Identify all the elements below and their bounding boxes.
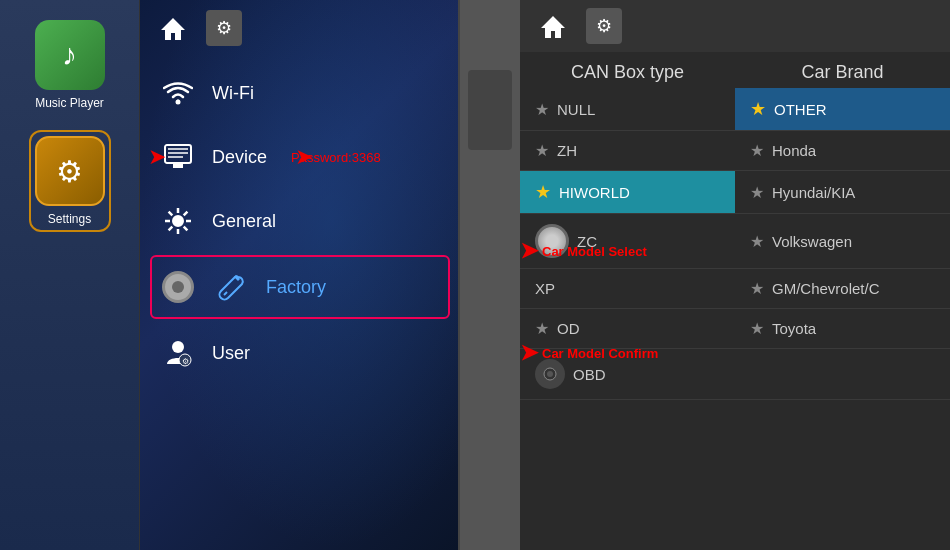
can-col-hyundai[interactable]: ★ Hyundai/KIA	[735, 171, 950, 213]
wifi-icon	[160, 75, 196, 111]
star-vw-icon: ★	[750, 232, 764, 251]
general-icon	[160, 203, 196, 239]
svg-line-17	[224, 292, 227, 295]
user-icon: ⚙	[160, 335, 196, 371]
music-player-label: Music Player	[35, 96, 104, 110]
settings-button[interactable]: ⚙	[206, 10, 242, 46]
can-vw-label: Volkswagen	[772, 233, 852, 250]
factory-toggle[interactable]	[162, 271, 194, 303]
can-panel: ⚙ CAN Box type Car Brand ★ NULL ★ OTHER …	[520, 0, 950, 550]
settings-label: Settings	[48, 212, 91, 226]
star-toyota-icon: ★	[750, 319, 764, 338]
can-row-1: ★ ZH ★ Honda	[520, 131, 950, 171]
svg-line-16	[169, 227, 173, 231]
factory-label: Factory	[266, 277, 326, 298]
can-home-button[interactable]	[535, 8, 571, 44]
can-col-zc[interactable]: ZC	[520, 214, 735, 268]
wifi-label: Wi-Fi	[212, 83, 254, 104]
can-col-obd-right	[735, 349, 950, 399]
svg-line-14	[184, 227, 188, 231]
star-other-icon: ★	[750, 98, 766, 120]
can-obd-label: OBD	[573, 366, 606, 383]
settings-panel: ⚙ Wi-Fi	[140, 0, 460, 550]
can-col-toyota[interactable]: ★ Toyota	[735, 309, 950, 348]
can-col-other[interactable]: ★ OTHER	[735, 88, 950, 130]
can-row-4: XP ★ GM/Chevrolet/C	[520, 269, 950, 309]
settings-icon-box: ⚙	[35, 136, 105, 206]
can-col-od[interactable]: ★ OD	[520, 309, 735, 348]
svg-point-18	[172, 341, 184, 353]
svg-text:⚙: ⚙	[182, 357, 189, 366]
can-col-honda[interactable]: ★ Honda	[735, 131, 950, 170]
can-col-hiworld[interactable]: ★ HIWORLD	[520, 171, 735, 213]
can-other-label: OTHER	[774, 101, 827, 118]
can-row-5: ★ OD ★ Toyota	[520, 309, 950, 349]
can-zh-label: ZH	[557, 142, 577, 159]
car-brand-header: Car Brand	[735, 62, 950, 83]
can-xp-label: XP	[535, 280, 555, 297]
svg-rect-2	[165, 145, 191, 163]
menu-item-factory[interactable]: Factory	[150, 255, 450, 319]
can-col-null[interactable]: ★ NULL	[520, 88, 735, 130]
star-gm-icon: ★	[750, 279, 764, 298]
svg-marker-0	[161, 18, 185, 40]
can-row-6: OBD	[520, 349, 950, 400]
svg-line-15	[184, 212, 188, 216]
can-gear-icon: ⚙	[596, 15, 612, 37]
menu-item-general[interactable]: General	[140, 189, 460, 253]
star-null-icon: ★	[535, 100, 549, 119]
selection-box	[468, 70, 512, 150]
can-od-label: OD	[557, 320, 580, 337]
left-sidebar: ♪ Music Player ⚙ Settings	[0, 0, 140, 550]
can-zc-label: ZC	[577, 233, 597, 250]
user-label: User	[212, 343, 250, 364]
can-col-zh[interactable]: ★ ZH	[520, 131, 735, 170]
arrow-device-left: ➤	[148, 144, 166, 170]
can-headers: CAN Box type Car Brand	[520, 52, 950, 88]
music-player-app[interactable]: ♪ Music Player	[35, 20, 105, 110]
can-hiworld-label: HIWORLD	[559, 184, 630, 201]
star-hiworld-icon: ★	[535, 181, 551, 203]
can-row-3: ZC ★ Volkswagen	[520, 214, 950, 269]
svg-point-23	[547, 371, 553, 377]
settings-app[interactable]: ⚙ Settings	[29, 130, 111, 232]
menu-item-wifi[interactable]: Wi-Fi	[140, 61, 460, 125]
arrow-device-right: ➤	[295, 144, 313, 170]
svg-point-1	[176, 100, 181, 105]
can-top-bar: ⚙	[520, 0, 950, 52]
can-col-obd[interactable]: OBD	[520, 349, 735, 399]
can-row-0: ★ NULL ★ OTHER	[520, 88, 950, 131]
music-player-icon-box: ♪	[35, 20, 105, 90]
can-toyota-label: Toyota	[772, 320, 816, 337]
zc-toggle-button[interactable]	[535, 224, 569, 258]
settings-menu-list: Wi-Fi Device Password:3368 ➤	[140, 56, 460, 390]
star-hyundai-icon: ★	[750, 183, 764, 202]
can-null-label: NULL	[557, 101, 595, 118]
svg-rect-6	[173, 164, 183, 168]
can-col-volkswagen[interactable]: ★ Volkswagen	[735, 214, 950, 268]
can-gm-label: GM/Chevrolet/C	[772, 280, 880, 297]
music-note-icon: ♪	[62, 38, 77, 72]
settings-gear-icon: ⚙	[56, 154, 83, 189]
star-zh-icon: ★	[535, 141, 549, 160]
speaker-icon	[535, 359, 565, 389]
svg-marker-21	[541, 16, 565, 38]
menu-item-user[interactable]: ⚙ User	[140, 321, 460, 385]
can-col-gm[interactable]: ★ GM/Chevrolet/C	[735, 269, 950, 308]
svg-line-13	[169, 212, 173, 216]
can-hyundai-label: Hyundai/KIA	[772, 184, 855, 201]
wrench-icon	[214, 269, 250, 305]
can-col-xp[interactable]: XP	[520, 269, 735, 308]
transition-area	[460, 0, 520, 550]
gear-icon: ⚙	[216, 17, 232, 39]
star-od-icon: ★	[535, 319, 549, 338]
general-label: General	[212, 211, 276, 232]
settings-top-bar: ⚙	[140, 0, 460, 56]
star-honda-icon: ★	[750, 141, 764, 160]
can-honda-label: Honda	[772, 142, 816, 159]
device-label: Device	[212, 147, 267, 168]
can-box-type-header: CAN Box type	[520, 62, 735, 83]
home-button[interactable]	[155, 10, 191, 46]
right-section: ⚙ CAN Box type Car Brand ★ NULL ★ OTHER …	[460, 0, 950, 550]
can-gear-button[interactable]: ⚙	[586, 8, 622, 44]
